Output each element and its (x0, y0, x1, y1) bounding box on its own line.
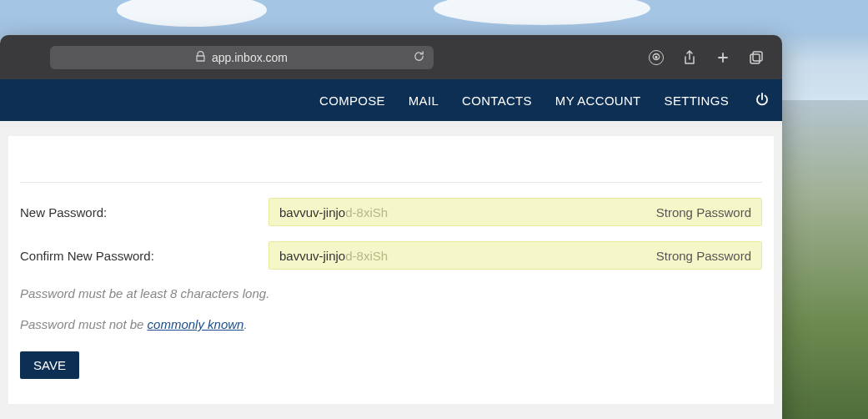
nav-mail[interactable]: MAIL (409, 93, 439, 108)
svg-rect-0 (753, 52, 762, 61)
reload-icon[interactable] (413, 50, 425, 65)
onepassword-icon[interactable]: ⦿ (647, 48, 665, 67)
power-icon[interactable] (755, 93, 769, 109)
browser-toolbar: app.inbox.com ⦿ (0, 35, 782, 79)
tabs-icon[interactable] (747, 48, 765, 67)
new-tab-icon[interactable] (714, 48, 732, 67)
nav-settings[interactable]: SETTINGS (665, 93, 729, 108)
nav-my-account[interactable]: MY ACCOUNT (555, 93, 641, 108)
new-password-row: New Password: bavvuv-jinjod-8xiSh Strong… (20, 198, 762, 226)
password-hint-length: Password must be at least 8 characters l… (20, 286, 762, 300)
desktop-sky (0, 0, 868, 33)
password-hint-common: Password must not be commonly known. (20, 317, 762, 331)
nav-compose[interactable]: COMPOSE (319, 93, 385, 108)
browser-window: app.inbox.com ⦿ COMPOSE MAIL CONTACT (0, 35, 782, 419)
commonly-known-link[interactable]: commonly known (148, 317, 244, 331)
lock-icon (196, 51, 205, 64)
new-password-strength: Strong Password (656, 205, 751, 220)
svg-rect-1 (750, 54, 760, 63)
address-bar[interactable]: app.inbox.com (50, 46, 434, 69)
confirm-password-label: Confirm New Password: (20, 249, 268, 263)
address-url: app.inbox.com (212, 51, 288, 64)
save-button[interactable]: SAVE (20, 351, 79, 379)
confirm-password-row: Confirm New Password: bavvuv-jinjod-8xiS… (20, 241, 762, 270)
app-nav-bar: COMPOSE MAIL CONTACTS MY ACCOUNT SETTING… (0, 79, 782, 121)
confirm-password-input[interactable]: bavvuv-jinjod-8xiSh Strong Password (268, 241, 762, 270)
new-password-value: bavvuv-jinjod-8xiSh (279, 205, 388, 220)
new-password-input[interactable]: bavvuv-jinjod-8xiSh Strong Password (268, 198, 762, 226)
content-area: New Password: bavvuv-jinjod-8xiSh Strong… (0, 121, 782, 419)
new-password-label: New Password: (20, 205, 268, 220)
nav-contacts[interactable]: CONTACTS (462, 93, 532, 108)
browser-toolbar-icons: ⦿ (647, 48, 774, 67)
desktop-landscape (780, 100, 868, 419)
password-panel: New Password: bavvuv-jinjod-8xiSh Strong… (8, 136, 774, 404)
panel-header-space (20, 136, 762, 183)
share-icon[interactable] (680, 48, 699, 67)
confirm-password-value: bavvuv-jinjod-8xiSh (279, 249, 388, 263)
confirm-password-strength: Strong Password (656, 249, 751, 263)
